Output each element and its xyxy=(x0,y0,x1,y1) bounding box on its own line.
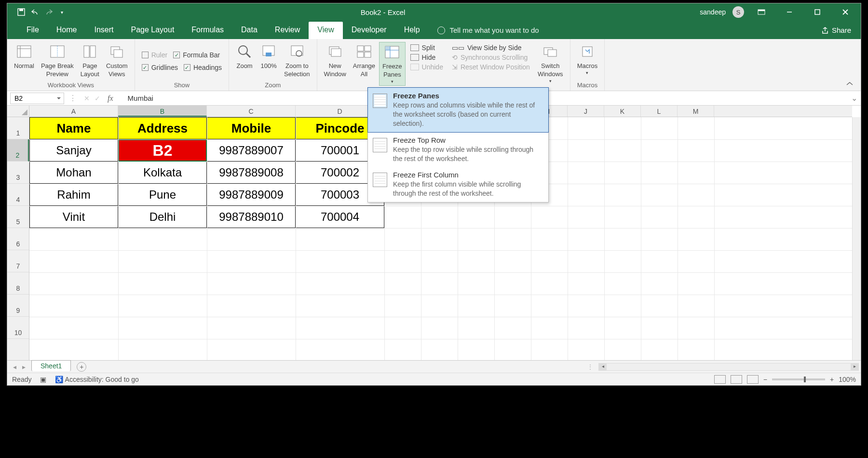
column-header[interactable]: B xyxy=(118,106,207,117)
minimize-icon[interactable] xyxy=(779,3,800,21)
table-cell[interactable]: Kolkata xyxy=(118,162,207,184)
normal-view-icon[interactable] xyxy=(714,375,726,384)
sheet-tab-sheet1[interactable]: Sheet1 xyxy=(31,360,71,371)
hide-icon xyxy=(410,54,419,61)
hide-button[interactable]: Hide xyxy=(410,54,443,61)
vertical-scrollbar[interactable] xyxy=(852,117,861,360)
close-icon[interactable] xyxy=(835,3,856,21)
row-header[interactable]: 7 xyxy=(7,250,29,272)
table-cell[interactable]: 9987889007 xyxy=(207,139,296,162)
zoom-selection-button[interactable]: Zoom to Selection xyxy=(281,42,312,80)
zoom-slider[interactable] xyxy=(772,378,825,380)
table-cell[interactable]: Vinit xyxy=(29,206,118,228)
table-cell[interactable]: B2 xyxy=(118,139,207,162)
table-cell[interactable]: 9987889009 xyxy=(207,184,296,206)
page-layout-button[interactable]: Page Layout xyxy=(78,42,102,80)
row-header[interactable]: 4 xyxy=(7,184,29,206)
zoom-out-button[interactable]: − xyxy=(763,376,767,383)
freeze-first-column-option[interactable]: Freeze First Column Keep the first colum… xyxy=(368,167,548,202)
redo-icon[interactable] xyxy=(44,8,53,16)
freeze-panes-option[interactable]: Freeze Panes Keep rows and columns visib… xyxy=(367,87,549,133)
maximize-icon[interactable] xyxy=(807,3,828,21)
table-cell[interactable]: Pune xyxy=(118,184,207,206)
horizontal-scrollbar[interactable]: ⋮ ◂▸ xyxy=(86,363,861,371)
table-header-cell[interactable]: Address xyxy=(118,117,207,139)
ribbon-display-icon[interactable] xyxy=(751,3,772,21)
freeze-panes-button[interactable]: Freeze Panes▾ xyxy=(379,42,405,86)
table-cell[interactable]: Delhi xyxy=(118,206,207,228)
table-header-cell[interactable]: Mobile xyxy=(207,117,296,139)
ruler-checkbox[interactable]: Ruler xyxy=(142,51,167,59)
tab-formulas[interactable]: Formulas xyxy=(183,22,232,39)
row-header[interactable]: 9 xyxy=(7,295,29,317)
name-box[interactable]: B2 xyxy=(10,93,64,104)
freeze-top-row-icon xyxy=(373,138,387,152)
switch-windows-button[interactable]: Switch Windows▾ xyxy=(535,42,566,85)
split-button[interactable]: Split xyxy=(410,44,443,52)
qat-dropdown-icon[interactable]: ▾ xyxy=(57,8,66,16)
column-header[interactable]: K xyxy=(604,106,641,117)
page-break-view-icon[interactable] xyxy=(747,375,759,384)
macro-record-icon[interactable]: ▣ xyxy=(40,376,46,383)
normal-view-button[interactable]: Normal xyxy=(11,42,37,71)
tab-data[interactable]: Data xyxy=(232,22,266,39)
new-window-button[interactable]: New Window xyxy=(321,42,349,80)
undo-icon[interactable] xyxy=(30,8,39,16)
avatar[interactable]: S xyxy=(732,6,744,18)
page-break-button[interactable]: Page Break Preview xyxy=(38,42,77,80)
row-header[interactable]: 10 xyxy=(7,317,29,339)
share-button[interactable]: Share xyxy=(821,26,851,39)
table-cell[interactable]: Sanjay xyxy=(29,139,118,162)
tab-page-layout[interactable]: Page Layout xyxy=(122,22,183,39)
table-cell[interactable]: Rahim xyxy=(29,184,118,206)
cancel-formula-icon[interactable]: ✕ xyxy=(81,94,92,102)
zoom-button[interactable]: Zoom xyxy=(233,42,256,71)
table-cell[interactable]: 9987889008 xyxy=(207,162,296,184)
tab-file[interactable]: File xyxy=(18,22,48,39)
column-header[interactable]: A xyxy=(29,106,118,117)
arrange-all-button[interactable]: Arrange All xyxy=(350,42,378,80)
table-cell[interactable]: Mohan xyxy=(29,162,118,184)
tell-me-search[interactable]: Tell me what you want to do xyxy=(437,26,539,39)
custom-views-button[interactable]: Custom Views xyxy=(103,42,131,80)
table-header-cell[interactable]: Name xyxy=(29,117,118,139)
row-header[interactable]: 5 xyxy=(7,206,29,228)
row-header[interactable]: 3 xyxy=(7,162,29,184)
select-all-button[interactable] xyxy=(7,106,29,117)
row-header[interactable]: 8 xyxy=(7,272,29,295)
headings-checkbox[interactable]: ✓Headings xyxy=(184,64,222,71)
expand-formula-bar-icon[interactable]: ⌄ xyxy=(851,94,861,103)
accessibility-status[interactable]: ♿ Accessibility: Good to go xyxy=(55,376,138,383)
column-header[interactable]: L xyxy=(641,106,678,117)
collapse-ribbon-icon[interactable] xyxy=(845,81,855,88)
table-cell[interactable]: 9987889010 xyxy=(207,206,296,228)
gridlines-checkbox[interactable]: ✓Gridlines xyxy=(142,64,178,71)
add-sheet-button[interactable]: + xyxy=(77,362,86,372)
row-header[interactable]: 2 xyxy=(7,139,29,162)
macros-button[interactable]: Macros▾ xyxy=(574,42,601,77)
enter-formula-icon[interactable]: ✓ xyxy=(92,94,103,102)
fx-icon[interactable]: fx xyxy=(108,94,113,103)
zoom-100-button[interactable]: 100% xyxy=(257,42,280,71)
column-header[interactable]: J xyxy=(568,106,604,117)
tab-review[interactable]: Review xyxy=(266,22,309,39)
row-header[interactable]: 1 xyxy=(7,117,29,139)
column-header[interactable]: M xyxy=(678,106,714,117)
tab-help[interactable]: Help xyxy=(395,22,429,39)
freeze-top-row-option[interactable]: Freeze Top Row Keep the top row visible … xyxy=(368,132,548,167)
tab-developer[interactable]: Developer xyxy=(343,22,395,39)
column-header[interactable]: C xyxy=(207,106,296,117)
tab-home[interactable]: Home xyxy=(48,22,86,39)
sheet-nav-prev-icon[interactable]: ◂ xyxy=(7,363,22,371)
table-cell[interactable]: 700004 xyxy=(296,206,384,228)
formula-bar-checkbox[interactable]: ✓Formula Bar xyxy=(173,51,220,59)
save-icon[interactable] xyxy=(17,8,26,16)
page-layout-view-icon[interactable] xyxy=(731,375,742,384)
zoom-level[interactable]: 100% xyxy=(839,376,856,383)
tab-view[interactable]: View xyxy=(309,22,342,39)
row-header[interactable]: 6 xyxy=(7,228,29,250)
sheet-nav-next-icon[interactable]: ▸ xyxy=(22,363,31,371)
zoom-in-button[interactable]: + xyxy=(830,376,834,383)
tab-insert[interactable]: Insert xyxy=(85,22,122,39)
view-side-by-side-button[interactable]: ▭▭View Side by Side xyxy=(452,44,530,52)
